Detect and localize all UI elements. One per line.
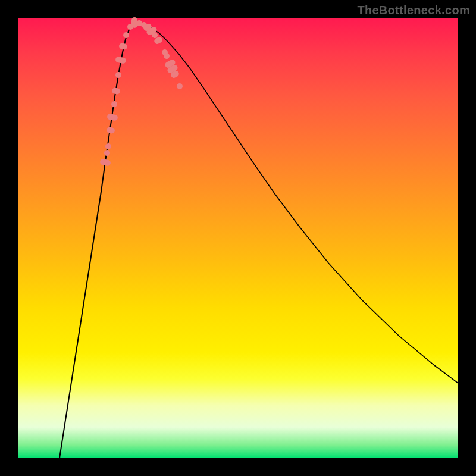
data-marker — [104, 149, 111, 156]
marker-cluster — [99, 17, 184, 167]
curve-left-branch — [60, 23, 134, 458]
data-marker — [106, 127, 115, 134]
data-marker — [123, 32, 130, 39]
data-marker — [111, 87, 121, 95]
chart-frame: TheBottleneck.com — [0, 0, 476, 476]
curve-right-branch — [134, 23, 458, 383]
data-marker — [115, 71, 122, 79]
data-marker — [99, 158, 111, 167]
data-marker — [111, 101, 118, 108]
data-marker — [115, 56, 127, 64]
data-marker — [107, 113, 118, 121]
watermark-text: TheBottleneck.com — [357, 4, 470, 17]
data-marker — [105, 143, 112, 150]
data-marker — [176, 82, 184, 90]
data-marker — [118, 43, 128, 51]
chart-plot — [18, 18, 458, 458]
